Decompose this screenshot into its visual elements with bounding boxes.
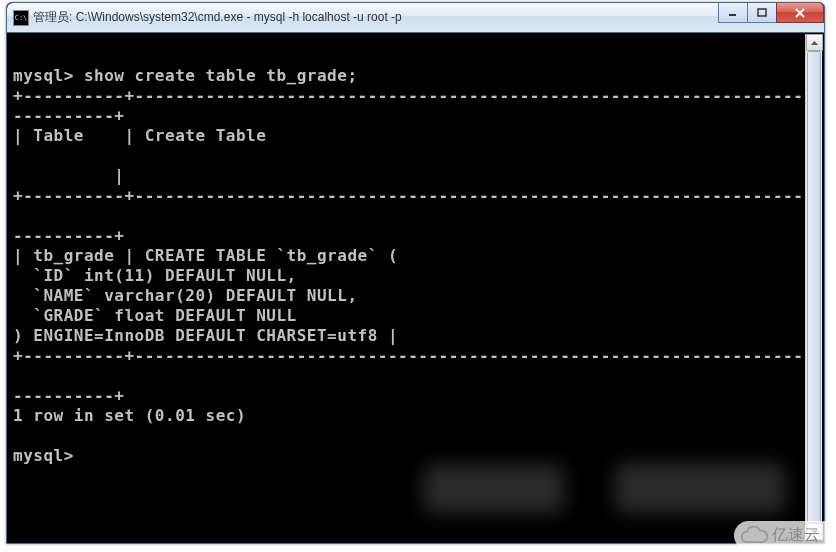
redaction-overlay [615, 463, 785, 513]
maximize-button[interactable] [747, 3, 777, 23]
cloud-icon [740, 526, 768, 546]
scroll-up-button[interactable] [806, 34, 823, 51]
redaction-overlay [424, 465, 564, 513]
scroll-track[interactable] [806, 51, 822, 523]
close-button[interactable] [776, 3, 824, 23]
window-controls [719, 3, 824, 23]
titlebar[interactable]: C:\ 管理员: C:\Windows\system32\cmd.exe - m… [7, 3, 824, 33]
watermark: 亿速云 [734, 521, 832, 550]
vertical-scrollbar[interactable] [805, 34, 822, 540]
scroll-thumb[interactable] [807, 51, 821, 523]
svg-marker-2 [811, 41, 818, 45]
watermark-text: 亿速云 [772, 525, 820, 546]
svg-rect-1 [758, 9, 766, 16]
minimize-button[interactable] [718, 3, 748, 23]
cmd-window: C:\ 管理员: C:\Windows\system32\cmd.exe - m… [6, 2, 825, 544]
app-icon: C:\ [13, 10, 29, 26]
window-title: 管理员: C:\Windows\system32\cmd.exe - mysql… [33, 9, 402, 26]
